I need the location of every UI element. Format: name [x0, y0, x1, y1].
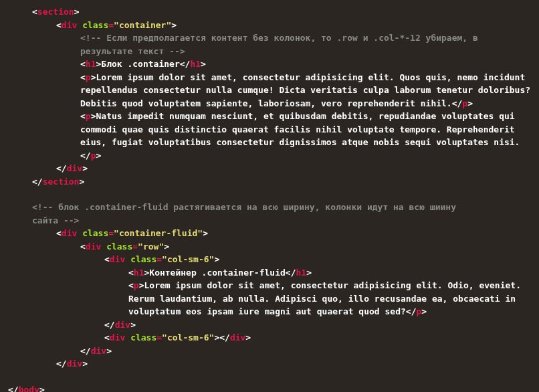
code-line: <div class="container">	[5, 19, 539, 32]
blank-line	[5, 371, 539, 383]
code-line: <p>Lorem ipsum dolor sit amet, consectet…	[5, 71, 539, 110]
code-line: </div>	[5, 162, 539, 175]
code-line: <p>Lorem ipsum dolor sit amet, consectet…	[5, 279, 539, 318]
code-comment: <!-- Если предполагается контент без кол…	[5, 31, 539, 45]
code-editor[interactable]: <section> <div class="container"> <!-- Е…	[0, 0, 539, 392]
blank-line	[5, 188, 539, 201]
code-line: <p>Natus impedit numquam nesciunt, et qu…	[5, 110, 539, 162]
bracket: <	[32, 7, 37, 17]
code-line: <h1>Контейнер .container-fluid</h1>	[5, 266, 539, 280]
code-line: <section>	[5, 5, 539, 19]
tag-section: section	[37, 7, 74, 17]
code-line: <div class="col-sm-6">	[5, 253, 539, 266]
code-line: </section>	[5, 175, 539, 189]
bracket: >	[74, 7, 80, 17]
code-line: </div>	[5, 318, 539, 332]
code-comment: результате текст -->	[5, 45, 539, 58]
code-comment: <!-- блок .container-fluid растягивается…	[5, 201, 539, 214]
code-line: <h1>Блок .container</h1>	[5, 58, 539, 71]
code-line: <div class="col-sm-6"></div>	[5, 331, 539, 345]
code-comment: сайта -->	[5, 214, 539, 227]
code-line: <div class="container-fluid">	[5, 227, 539, 240]
code-line: </div>	[5, 345, 539, 358]
code-line: </div>	[5, 357, 539, 371]
code-line: <div class="row">	[5, 240, 539, 254]
code-line: </body>	[5, 383, 539, 393]
